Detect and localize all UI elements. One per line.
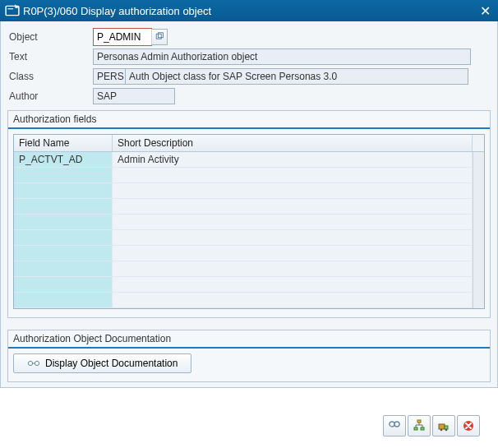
object-input[interactable] — [94, 29, 151, 45]
group-documentation-body: Display Object Documentation — [8, 349, 490, 381]
text-field: Personas Admin Authorization object — [93, 48, 471, 65]
table-row[interactable] — [14, 230, 473, 246]
svg-point-6 — [394, 422, 399, 427]
display-documentation-button[interactable]: Display Object Documentation — [13, 353, 191, 373]
label-class: Class — [7, 71, 93, 82]
cell-field-name: P_ACTVT_AD — [14, 152, 113, 167]
footer-toolbar — [383, 415, 480, 436]
author-field: SAP — [93, 88, 175, 104]
svg-rect-7 — [417, 420, 421, 423]
col-header-short-desc[interactable]: Short Description — [113, 135, 473, 151]
dialog-body: Object Text Personas Admin Authorization… — [0, 21, 498, 388]
group-documentation: Authorization Object Documentation Displ… — [7, 330, 491, 382]
cell-field-name — [14, 230, 113, 245]
close-icon[interactable]: ✕ — [477, 3, 493, 19]
row-author: Author SAP — [7, 87, 491, 105]
svg-rect-9 — [421, 427, 424, 430]
where-used-button[interactable] — [383, 415, 406, 436]
table-row[interactable] — [14, 215, 473, 230]
cell-short-desc — [113, 183, 473, 198]
hierarchy-button[interactable] — [408, 415, 431, 436]
transport-button[interactable] — [432, 415, 455, 436]
cell-field-name — [14, 293, 113, 307]
table-row[interactable] — [14, 246, 473, 261]
svg-point-12 — [440, 429, 443, 432]
svg-point-5 — [390, 422, 394, 427]
svg-rect-11 — [445, 426, 448, 429]
table-row[interactable] — [14, 168, 473, 183]
svg-rect-8 — [414, 427, 417, 430]
cell-short-desc — [113, 293, 473, 307]
svg-rect-10 — [439, 424, 445, 429]
label-text: Text — [7, 51, 93, 62]
group-auth-fields-title: Authorization fields — [8, 111, 490, 129]
cell-field-name — [14, 183, 113, 198]
cell-short-desc — [113, 246, 473, 261]
cell-short-desc — [113, 277, 473, 292]
cell-field-name — [14, 277, 113, 292]
table-row[interactable] — [14, 261, 473, 277]
group-auth-fields: Authorization fields Field Name Short De… — [7, 110, 491, 318]
fields-table-header: Field Name Short Description — [14, 135, 484, 152]
col-header-field-name[interactable]: Field Name — [14, 135, 113, 151]
svg-rect-2 — [159, 33, 164, 38]
group-documentation-title: Authorization Object Documentation — [8, 330, 490, 349]
class-text-field: Auth Object class for SAP Screen Persona… — [125, 68, 468, 85]
class-code-field: PERS — [93, 68, 126, 85]
cell-short-desc — [113, 168, 473, 182]
cell-field-name — [14, 246, 113, 261]
fields-table: Field Name Short Description P_ACTVT_ADA… — [13, 134, 485, 309]
display-documentation-label: Display Object Documentation — [45, 358, 178, 369]
cell-short-desc — [113, 261, 473, 276]
row-class: Class PERS Auth Object class for SAP Scr… — [7, 67, 491, 85]
table-row[interactable]: P_ACTVT_ADAdmin Activity — [14, 152, 473, 168]
table-row[interactable] — [14, 293, 473, 308]
label-object: Object — [7, 31, 93, 43]
cell-field-name — [14, 199, 113, 214]
title-bar: R0P(3)/060 Display authorization object … — [0, 0, 498, 21]
cell-short-desc — [113, 215, 473, 229]
table-row[interactable] — [14, 277, 473, 293]
vertical-scrollbar[interactable] — [473, 152, 484, 308]
cell-short-desc: Admin Activity — [113, 152, 473, 167]
cell-short-desc — [113, 230, 473, 245]
svg-point-3 — [28, 361, 32, 365]
row-text: Text Personas Admin Authorization object — [7, 48, 491, 66]
svg-point-13 — [445, 429, 448, 432]
object-field-wrap — [93, 28, 152, 46]
cell-short-desc — [113, 199, 473, 214]
table-row[interactable] — [14, 199, 473, 215]
cell-field-name — [14, 261, 113, 276]
label-author: Author — [7, 90, 93, 102]
group-auth-fields-body: Field Name Short Description P_ACTVT_ADA… — [8, 129, 490, 317]
row-object: Object — [7, 28, 491, 46]
svg-point-4 — [35, 361, 39, 365]
window-title: R0P(3)/060 Display authorization object — [23, 5, 477, 17]
glasses-icon — [27, 357, 40, 370]
cell-field-name — [14, 215, 113, 229]
cancel-button[interactable] — [457, 415, 480, 436]
cell-field-name — [14, 168, 113, 182]
svg-rect-1 — [156, 34, 161, 39]
value-help-button[interactable] — [151, 29, 168, 45]
table-row[interactable] — [14, 183, 473, 199]
fields-table-rows: P_ACTVT_ADAdmin Activity — [14, 152, 473, 308]
col-header-scroll — [473, 135, 484, 151]
window-icon — [5, 3, 20, 18]
